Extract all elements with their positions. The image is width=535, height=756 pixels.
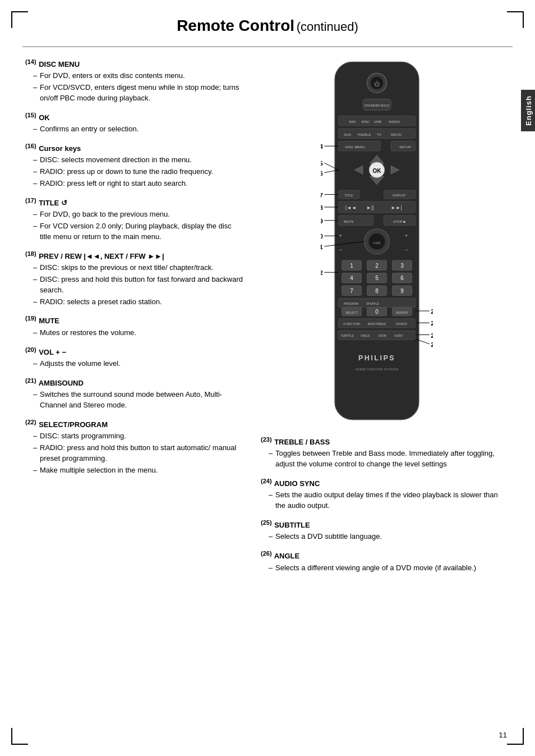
section-s17: (17) TITLE ↺For DVD, go back to the prev…	[25, 197, 244, 242]
section-title-s20: (20) VOL + −	[25, 346, 244, 356]
content-area: (14) DISC MENUFor DVD, enters or exits d…	[0, 47, 535, 592]
section-title-s19: (19) MUTE	[25, 315, 244, 325]
svg-text:DISC MENU: DISC MENU	[345, 145, 366, 149]
svg-text:14: 14	[321, 143, 323, 150]
section-item: Mutes or restores the volume.	[33, 328, 244, 338]
section-title-s23: (23) TREBLE / BASS	[261, 436, 510, 446]
svg-text:REC/K: REC/K	[391, 132, 402, 136]
right-column: ⏻ STANDBY/ECO SRC DISC USB RADIO AUX TRE…	[255, 58, 510, 581]
svg-text:18: 18	[321, 204, 323, 211]
section-item: DISC: skips to the previous or next titl…	[33, 263, 244, 273]
svg-text:STOP ■: STOP ■	[393, 219, 406, 223]
svg-text:23: 23	[431, 308, 433, 315]
svg-text:SOURCE: SOURCE	[396, 323, 407, 326]
svg-text:8: 8	[375, 288, 379, 294]
svg-text:21: 21	[321, 244, 323, 250]
svg-text:SELECT: SELECT	[345, 311, 358, 314]
corner-mark-bl	[11, 728, 28, 745]
svg-text:7: 7	[350, 288, 353, 294]
svg-text:TV: TV	[377, 132, 382, 136]
svg-text:ZOOM: ZOOM	[379, 335, 386, 337]
svg-text:AMB: AMB	[373, 241, 381, 245]
section-title-s26: (26) ANGLE	[261, 550, 510, 560]
section-s21: (21) AMBISOUNDSwitches the surround soun…	[25, 377, 244, 411]
svg-text:−: −	[339, 247, 342, 253]
svg-text:STANDBY/ECO: STANDBY/ECO	[365, 103, 389, 107]
svg-text:1: 1	[350, 263, 353, 269]
section-title-s16: (16) Cursor keys	[25, 143, 244, 153]
section-item: Selects a DVD subtitle language.	[269, 532, 510, 542]
section-s19: (19) MUTEMutes or restores the volume.	[25, 315, 244, 338]
svg-text:SHUFFLE: SHUFFLE	[366, 302, 379, 305]
corner-mark-tl	[11, 11, 28, 28]
svg-text:26: 26	[431, 341, 433, 348]
section-s18: (18) PREV / REW |◄◄, NEXT / FFW ►►|DISC:…	[25, 250, 244, 308]
svg-text:HOME THEATER SYSTEM: HOME THEATER SYSTEM	[356, 367, 399, 371]
section-item: Toggles between Treble and Bass mode. Im…	[269, 448, 510, 470]
section-title-s21: (21) AMBISOUND	[25, 377, 244, 387]
left-column: (14) DISC MENUFor DVD, enters or exits d…	[25, 58, 244, 581]
svg-text:|◄◄: |◄◄	[345, 205, 357, 210]
svg-text:9: 9	[400, 288, 404, 294]
section-s24: (24) AUDIO SYNCSets the audio output del…	[261, 478, 510, 511]
svg-text:BASS/TREBLE: BASS/TREBLE	[368, 323, 386, 326]
svg-text:0: 0	[375, 309, 379, 315]
svg-text:6: 6	[400, 275, 404, 281]
svg-text:REPEAT: REPEAT	[396, 311, 409, 314]
section-item: Selects a different viewing angle of a D…	[269, 563, 510, 574]
svg-text:OK: OK	[373, 168, 382, 174]
svg-text:15: 15	[321, 160, 323, 167]
svg-text:16: 16	[321, 170, 323, 177]
section-title-s15: (15) OK	[25, 112, 244, 122]
svg-text:24: 24	[431, 320, 433, 327]
svg-text:⏻: ⏻	[374, 81, 380, 87]
svg-text:►||: ►||	[366, 205, 373, 210]
section-s22: (22) SELECT/PROGRAMDISC: starts programm…	[25, 419, 244, 476]
remote-svg: ⏻ STANDBY/ECO SRC DISC USB RADIO AUX TRE…	[321, 58, 433, 423]
svg-text:5: 5	[375, 275, 379, 281]
section-item: Adjusts the volume level.	[33, 359, 244, 369]
section-title-s24: (24) AUDIO SYNC	[261, 478, 510, 488]
right-sections: (23) TREBLE / BASSToggles between Treble…	[255, 436, 510, 581]
section-title-s17: (17) TITLE ↺	[25, 197, 244, 207]
section-item: For VCD/SVCD, enters digest menu while i…	[33, 83, 244, 104]
corner-mark-br	[507, 728, 524, 745]
svg-text:A.VDIO SYNC: A.VDIO SYNC	[343, 323, 361, 326]
svg-text:4: 4	[350, 275, 353, 281]
section-s20: (20) VOL + −Adjusts the volume level.	[25, 346, 244, 369]
section-title-s25: (25) SUBTITLE	[261, 519, 510, 529]
svg-text:TITLE: TITLE	[344, 194, 353, 197]
section-title-s14: (14) DISC MENU	[25, 58, 244, 68]
section-s15: (15) OKConfirms an entry or selection.	[25, 112, 244, 135]
svg-text:TREBLE: TREBLE	[357, 132, 371, 136]
section-item: RADIO: press up or down to tune the radi…	[33, 167, 244, 177]
section-item: Make multiple selection in the menu.	[33, 465, 244, 476]
section-item: Confirms an entry or selection.	[33, 124, 244, 135]
svg-text:MUTE: MUTE	[344, 219, 354, 223]
section-item: Sets the audio output delay times if the…	[269, 490, 510, 511]
svg-text:PROGRAM: PROGRAM	[344, 302, 358, 305]
svg-text:SRC: SRC	[349, 120, 357, 123]
svg-text:20: 20	[321, 233, 323, 240]
svg-text:DISPLAY: DISPLAY	[393, 194, 406, 197]
section-item: RADIO: selects a preset radio station.	[33, 297, 244, 308]
svg-text:SUBTITLE: SUBTITLE	[341, 335, 354, 337]
svg-text:ANGLE: ANGLE	[361, 335, 370, 337]
page-title-main: Remote Control	[177, 17, 294, 34]
svg-text:3: 3	[400, 263, 404, 269]
svg-text:22: 22	[321, 269, 323, 276]
section-title-s18: (18) PREV / REW |◄◄, NEXT / FFW ►►|	[25, 250, 244, 260]
svg-text:USB: USB	[374, 120, 381, 123]
svg-text:25: 25	[431, 332, 433, 339]
svg-text:+: +	[405, 233, 408, 239]
page-title-sub: (continued)	[297, 20, 358, 34]
svg-text:SETUP: SETUP	[399, 145, 411, 149]
svg-text:19: 19	[321, 218, 323, 224]
section-item: DISC: starts programming.	[33, 431, 244, 442]
svg-text:PHILIPS: PHILIPS	[358, 354, 395, 362]
section-title-s22: (22) SELECT/PROGRAM	[25, 419, 244, 429]
section-item: Switches the surround sound mode between…	[33, 390, 244, 411]
section-item: RADIO: press and hold this button to sta…	[33, 443, 244, 464]
remote-image: ⏻ STANDBY/ECO SRC DISC USB RADIO AUX TRE…	[321, 58, 444, 425]
page-number: 11	[499, 731, 507, 739]
